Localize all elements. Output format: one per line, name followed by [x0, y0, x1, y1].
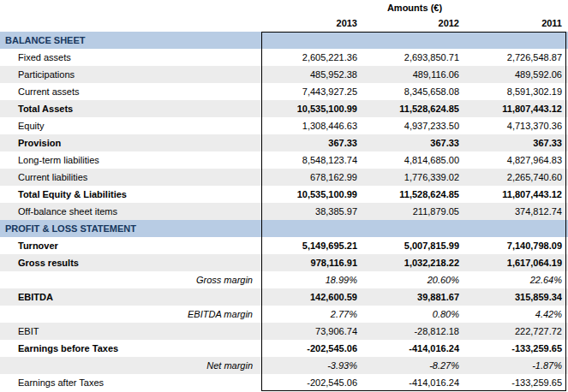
- cell-value: 11,528,624.85: [363, 186, 465, 203]
- row-label: Earnings before Taxes: [0, 340, 261, 357]
- cell-value: 7,443,927.25: [261, 83, 363, 100]
- row-label: Fixed assets: [0, 49, 261, 66]
- cell-value: 315,859.34: [465, 288, 568, 306]
- cell-value: 2,726,548.87: [465, 49, 568, 66]
- cell-value: -414,016.24: [363, 340, 465, 357]
- cell-value: 485,952.38: [261, 66, 363, 83]
- cell-value: 489,592.06: [465, 66, 568, 83]
- year-label-2012: 2012: [363, 15, 465, 32]
- table-row: Total Assets10,535,100.9911,528,624.8511…: [0, 100, 568, 117]
- table-row: Current liabilities678,162.991,776,339.0…: [0, 169, 568, 186]
- table-row: Total Equity & Liabilities10,535,100.991…: [0, 186, 568, 203]
- financial-statement-sheet: Amounts (€) 2013 2012 2011 BALANCE SHEET…: [0, 0, 568, 392]
- cell-value: 2.77%: [261, 306, 363, 323]
- table-body: BALANCE SHEETFixed assets2,605,221.362,6…: [0, 32, 568, 391]
- row-label: Earnings after Taxes: [0, 374, 261, 391]
- row-label: Total Equity & Liabilities: [0, 186, 261, 203]
- row-label: Provision: [0, 134, 261, 151]
- cell-value: 4.42%: [465, 306, 568, 323]
- cell-value: -8.27%: [363, 357, 465, 374]
- cell-value: 8,591,302.19: [465, 83, 568, 100]
- cell-value: 8,548,123.74: [261, 151, 363, 169]
- cell-value: 978,116.91: [261, 254, 363, 271]
- table-row: Net margin-3.93%-8.27%-1.87%: [0, 357, 568, 374]
- cell-value: 1,032,218.22: [363, 254, 465, 271]
- cell-value: 489,116.06: [363, 66, 465, 83]
- year-label-2011: 2011: [465, 15, 568, 32]
- row-label: Participations: [0, 66, 261, 83]
- cell-value: 1,308,446.63: [261, 117, 363, 134]
- table-row: EBIT73,906.74-28,812.18222,727.72: [0, 323, 568, 340]
- cell-value: 10,535,100.99: [261, 100, 363, 117]
- amounts-header: Amounts (€): [261, 0, 568, 15]
- cell-value: -3.93%: [261, 357, 363, 374]
- cell-value: 4,713,370.36: [465, 117, 568, 134]
- cell-value: -133,259.65: [465, 374, 568, 391]
- row-label: EBITDA margin: [0, 306, 261, 323]
- cell-value: 4,937,233.50: [363, 117, 465, 134]
- cell-value: 7,140,798.09: [465, 237, 568, 254]
- cell-value: -202,545.06: [261, 340, 363, 357]
- cell-value: 222,727.72: [465, 323, 568, 340]
- section-header: BALANCE SHEET: [0, 32, 568, 49]
- cell-value: 39,881.67: [363, 288, 465, 306]
- cell-value: 11,528,624.85: [363, 100, 465, 117]
- cell-value: 11,807,443.12: [465, 186, 568, 203]
- cell-value: 73,906.74: [261, 323, 363, 340]
- table-row: Gross margin18.99%20.60%22.64%: [0, 271, 568, 288]
- cell-value: 678,162.99: [261, 169, 363, 186]
- table-row: Long-term liabilities8,548,123.744,814,6…: [0, 151, 568, 169]
- cell-value: 367.33: [261, 134, 363, 151]
- row-label: Current assets: [0, 83, 261, 100]
- cell-value: 211,879.05: [363, 203, 465, 220]
- table-row: EBITDA margin2.77%0.80%4.42%: [0, 306, 568, 323]
- table-row: Turnover5,149,695.215,007,815.997,140,79…: [0, 237, 568, 254]
- table-row: Earnings after Taxes-202,545.06-414,016.…: [0, 374, 568, 391]
- cell-value: -28,812.18: [363, 323, 465, 340]
- table-header: Amounts (€) 2013 2012 2011: [0, 0, 568, 32]
- row-label: Off-balance sheet items: [0, 203, 261, 220]
- row-label: Gross margin: [0, 271, 261, 288]
- cell-value: 1,776,339.02: [363, 169, 465, 186]
- cell-value: 20.60%: [363, 271, 465, 288]
- table-row: Fixed assets2,605,221.362,693,850.712,72…: [0, 49, 568, 66]
- table-row: Participations485,952.38489,116.06489,59…: [0, 66, 568, 83]
- cell-value: 0.80%: [363, 306, 465, 323]
- row-label: Long-term liabilities: [0, 151, 261, 169]
- cell-value: 4,827,964.83: [465, 151, 568, 169]
- cell-value: 5,149,695.21: [261, 237, 363, 254]
- cell-value: 367.33: [465, 134, 568, 151]
- row-label: Current liabilities: [0, 169, 261, 186]
- cell-value: 367.33: [363, 134, 465, 151]
- row-label: Gross results: [0, 254, 261, 271]
- cell-value: 2,265,740.60: [465, 169, 568, 186]
- table-row: Equity1,308,446.634,937,233.504,713,370.…: [0, 117, 568, 134]
- table-row: Earnings before Taxes-202,545.06-414,016…: [0, 340, 568, 357]
- cell-value: -1.87%: [465, 357, 568, 374]
- cell-value: 2,605,221.36: [261, 49, 363, 66]
- section-title: PROFIT & LOSS STATEMENT: [5, 223, 136, 234]
- row-label: EBITDA: [0, 288, 261, 306]
- cell-value: 374,812.74: [465, 203, 568, 220]
- row-label: Net margin: [0, 357, 261, 374]
- cell-value: 142,600.59: [261, 288, 363, 306]
- row-label: Turnover: [0, 237, 261, 254]
- table-row: Provision367.33367.33367.33: [0, 134, 568, 151]
- cell-value: 10,535,100.99: [261, 186, 363, 203]
- cell-value: -133,259.65: [465, 340, 568, 357]
- table-row: EBITDA142,600.5939,881.67315,859.34: [0, 288, 568, 306]
- cell-value: 2,693,850.71: [363, 49, 465, 66]
- year-label-2013: 2013: [261, 15, 363, 32]
- row-label: EBIT: [0, 323, 261, 340]
- table-row: Current assets7,443,927.258,345,658.088,…: [0, 83, 568, 100]
- cell-value: 5,007,815.99: [363, 237, 465, 254]
- cell-value: 22.64%: [465, 271, 568, 288]
- section-title: BALANCE SHEET: [5, 35, 86, 45]
- table-row: Gross results978,116.911,032,218.221,617…: [0, 254, 568, 271]
- row-label: Equity: [0, 117, 261, 134]
- cell-value: 11,807,443.12: [465, 100, 568, 117]
- cell-value: 1,617,064.19: [465, 254, 568, 271]
- table-row: Off-balance sheet items38,385.97211,879.…: [0, 203, 568, 220]
- cell-value: 8,345,658.08: [363, 83, 465, 100]
- cell-value: 18.99%: [261, 271, 363, 288]
